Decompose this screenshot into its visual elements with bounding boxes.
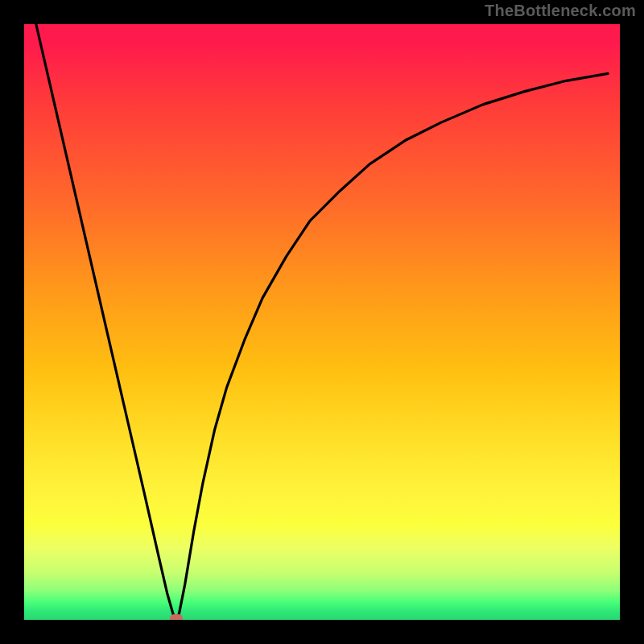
minimum-marker bbox=[170, 614, 183, 620]
chart-frame: TheBottleneck.com bbox=[0, 0, 644, 644]
watermark-text: TheBottleneck.com bbox=[485, 2, 636, 20]
plot-area bbox=[24, 24, 620, 620]
curve-svg bbox=[24, 24, 620, 620]
bottleneck-curve-path bbox=[36, 24, 608, 619]
